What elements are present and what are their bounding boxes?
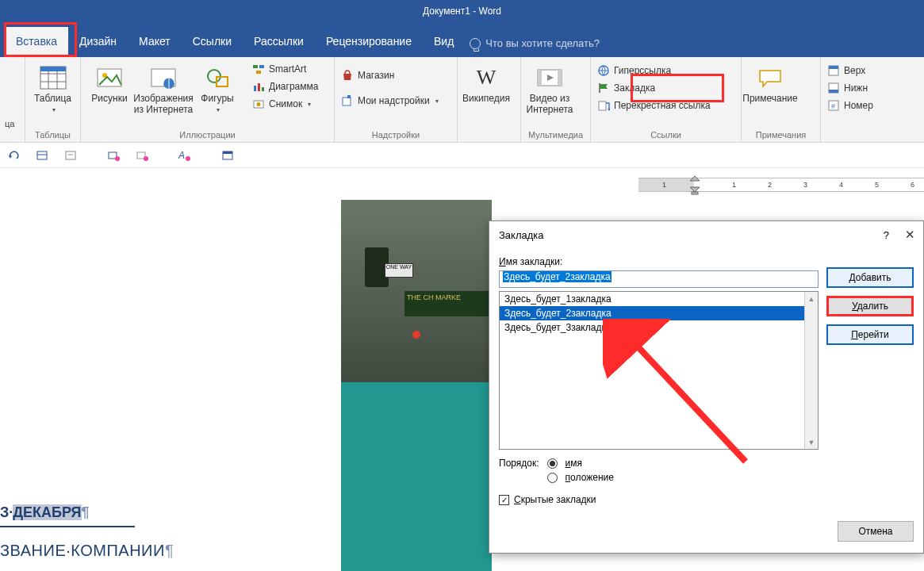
qat-item-4[interactable] (135, 148, 149, 163)
add-button[interactable]: Добавить (826, 267, 914, 288)
bookmark-button[interactable]: Закладка (596, 81, 736, 95)
document-title: Документ1 - Word (423, 6, 501, 17)
tab-review[interactable]: Рецензирование (315, 27, 423, 57)
addins-icon (341, 94, 354, 107)
hyperlink-button[interactable]: Гиперссылка (596, 63, 736, 78)
order-name-radio[interactable] (547, 458, 558, 469)
svg-marker-29 (600, 84, 608, 89)
svg-rect-35 (829, 90, 838, 93)
title-bar: Документ1 - Word (0, 0, 924, 22)
qat-item-6[interactable] (220, 148, 235, 163)
svg-rect-53 (692, 192, 698, 194)
shapes-button[interactable]: Фигуры (194, 62, 241, 113)
crossref-icon (597, 99, 610, 112)
order-name-label[interactable]: имя (566, 458, 582, 469)
qat-item-1[interactable] (35, 148, 49, 163)
page-number-button[interactable]: #Номер (826, 98, 875, 113)
online-video-button[interactable]: Видео из Интернета (526, 62, 573, 116)
svg-rect-25 (558, 70, 562, 86)
video-icon (535, 63, 564, 92)
svg-point-44 (115, 156, 120, 161)
bookmark-name-input[interactable]: Здесь_будет_2закладка (499, 270, 819, 288)
comment-button[interactable]: Примечание (746, 62, 794, 105)
svg-rect-5 (40, 67, 66, 71)
document-area: 1 1 2 3 4 5 6 ONE WAY THE CH MARKE З·ДЕК… (0, 168, 924, 571)
qat-item-5[interactable]: A (178, 148, 192, 163)
svg-marker-51 (690, 176, 700, 181)
bookmark-dialog: Закладка ? ✕ Имя закладки: Здесь_будет_2… (489, 220, 924, 554)
svg-rect-39 (37, 151, 47, 159)
svg-rect-21 (343, 98, 351, 105)
scroll-up-icon[interactable]: ▲ (805, 292, 818, 305)
order-location-label[interactable]: положение (566, 472, 614, 483)
month-line[interactable]: З·ДЕКАБРЯ¶ (0, 501, 317, 524)
qat-item-2[interactable] (63, 148, 78, 163)
quick-access-toolbar: A (0, 143, 924, 168)
redo-icon[interactable] (6, 148, 21, 163)
group-links-title: Ссылки (596, 128, 736, 142)
header-button[interactable]: Верх (826, 63, 875, 78)
bookmark-list[interactable]: Здесь_будет_1закладка Здесь_будет_2закла… (499, 291, 819, 450)
footer-button[interactable]: Нижн (826, 81, 875, 95)
svg-rect-50 (223, 151, 232, 154)
list-item[interactable]: Здесь_будет_3закладка (500, 320, 818, 335)
order-label: Порядок: (499, 458, 539, 469)
company-line[interactable]: ЗВАНИЕ·КОМПАНИИ¶ (0, 542, 317, 560)
chart-button[interactable]: Диаграмма (251, 79, 320, 94)
tell-me-placeholder: Что вы хотите сделать? (485, 37, 600, 49)
svg-rect-18 (262, 87, 264, 91)
ribbon-tabs: Вставка Дизайн Макет Ссылки Рассылки Рец… (0, 22, 924, 57)
order-location-radio[interactable] (547, 473, 558, 483)
crossref-button[interactable]: Перекрестная ссылка (596, 98, 736, 113)
wikipedia-button[interactable]: W Википедия (462, 62, 510, 105)
scroll-down-icon[interactable]: ▼ (805, 435, 818, 449)
tab-design[interactable]: Дизайн (68, 27, 128, 57)
svg-rect-13 (253, 65, 258, 68)
cancel-button[interactable]: Отмена (838, 521, 914, 542)
svg-marker-38 (9, 155, 12, 159)
my-addins-button[interactable]: Мои надстройки (339, 94, 440, 108)
tab-view[interactable]: Вид (423, 27, 465, 57)
horizontal-ruler[interactable]: 1 1 2 3 4 5 6 (638, 178, 924, 192)
svg-rect-24 (538, 70, 542, 86)
hidden-bookmarks-label[interactable]: Скрытые закладки (514, 494, 596, 505)
online-pictures-button[interactable]: Изображения из Интернета (140, 62, 187, 116)
lightbulb-icon (470, 38, 481, 49)
tab-insert[interactable]: Вставка (5, 27, 68, 57)
dialog-close-button[interactable]: ✕ (905, 228, 915, 242)
pilcrow-icon: ¶ (165, 542, 174, 559)
document-teal-block (341, 382, 492, 571)
pictures-button[interactable]: Рисунки (86, 62, 133, 105)
list-item[interactable]: Здесь_будет_1закладка (500, 292, 818, 306)
group-tables-title: Таблицы (30, 128, 75, 142)
svg-point-20 (257, 102, 261, 106)
tab-references[interactable]: Ссылки (182, 27, 243, 57)
tab-mailings[interactable]: Рассылки (243, 27, 315, 57)
goto-button[interactable]: Перейти (826, 324, 914, 345)
list-item[interactable]: Здесь_будет_2закладка (500, 306, 818, 320)
smartart-button[interactable]: SmartArt (251, 62, 320, 76)
document-text[interactable]: З·ДЕКАБРЯ¶ ЗВАНИЕ·КОМПАНИИ¶ (0, 501, 317, 560)
delete-button[interactable]: Удалить (826, 296, 914, 316)
tab-layout[interactable]: Макет (128, 27, 182, 57)
hidden-bookmarks-checkbox[interactable]: ✓ (499, 495, 509, 505)
comment-icon (756, 63, 784, 92)
dialog-title: Закладка (499, 229, 544, 241)
group-media-title: Мультимедиа (526, 128, 585, 142)
tell-me[interactable]: Что вы хотите сделать? (470, 37, 600, 57)
document-image: ONE WAY THE CH MARKE (341, 200, 492, 382)
dialog-help-button[interactable]: ? (884, 229, 889, 241)
divider (0, 526, 135, 527)
qat-item-3[interactable] (106, 148, 121, 163)
store-button[interactable]: Магазин (339, 68, 440, 82)
bookmark-icon (597, 82, 610, 94)
footer-icon (827, 82, 840, 94)
screenshot-button[interactable]: Снимок (251, 97, 320, 111)
scrollbar[interactable]: ▲▼ (804, 292, 818, 449)
ribbon: ца Таблица Таблицы Рисунки Изображения и… (0, 57, 924, 143)
table-button[interactable]: Таблица (30, 62, 75, 113)
pictures-icon (95, 63, 124, 92)
svg-rect-14 (259, 65, 264, 68)
online-pictures-icon (149, 63, 178, 92)
chart-icon (252, 80, 265, 93)
